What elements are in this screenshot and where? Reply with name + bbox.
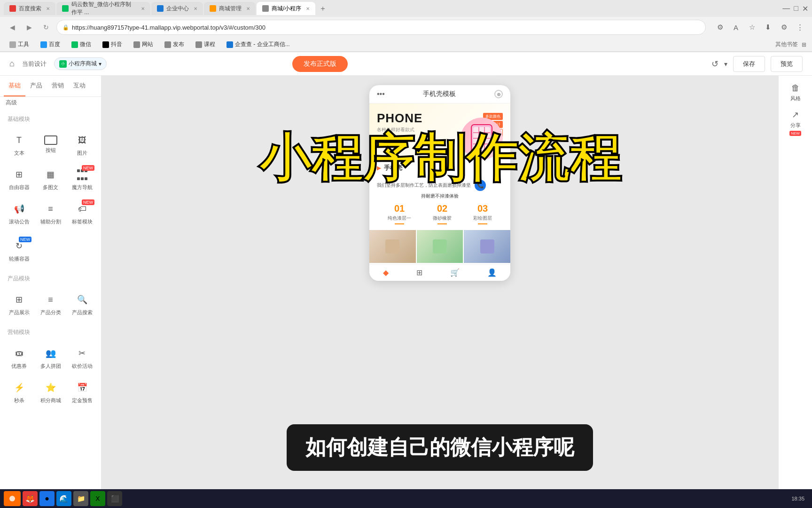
module-group-buy[interactable]: 👥 多人拼团 [35,341,66,374]
module-product-category[interactable]: ≡ 产品分类 [35,287,66,321]
bookmark-label-tools: 工具 [18,40,29,48]
advanced-tag[interactable]: 高级 [0,97,101,110]
bottom-nav-home[interactable]: ◆ [383,268,389,277]
bookmark-wechat[interactable]: 微信 [68,40,95,49]
start-icon [8,495,16,502]
module-divider[interactable]: ≡ 辅助分割 [35,197,66,230]
module-coupon[interactable]: 🎟 优惠券 [4,341,34,374]
module-image[interactable]: 🖼 图片 [67,128,97,161]
svg-rect-9 [480,239,494,254]
tab-close-1[interactable]: ✕ [46,6,50,11]
module-flash-sale[interactable]: ⚡ 秒杀 [4,375,34,409]
tab-close-4[interactable]: ✕ [246,6,250,11]
bookmark-publish[interactable]: 发布 [161,40,188,49]
right-tool-style[interactable]: 🗑 风格 [782,83,808,102]
tab-close-2[interactable]: ✕ [141,6,145,11]
reload-button[interactable]: ↻ [39,21,53,34]
product-search-icon: 🔍 [75,292,90,307]
module-tag[interactable]: 🏷 标签模块 NEW [67,197,97,230]
prod-img-2[interactable] [417,230,463,263]
module-multi-image[interactable]: ▦ 多图文 [35,162,66,196]
bottom-nav-cart[interactable]: 🛒 [450,268,460,277]
module-scroll-notice[interactable]: 📢 滚动公告 [4,197,34,230]
publish-button[interactable]: 发布正式版 [292,56,348,72]
svg-rect-7 [385,239,399,254]
tab-marketing[interactable]: 营销 [47,76,69,96]
bookmark-baidu[interactable]: 百度 [37,40,64,49]
tab-5[interactable]: 商城/小程序 ✕ [257,2,315,15]
module-points-mall[interactable]: ⭐ 积分商城 [35,375,66,409]
tab-close-3[interactable]: ✕ [194,6,197,11]
taskbar-chrome[interactable]: ● [39,491,55,506]
extensions-icon[interactable]: ⚙ [713,21,726,34]
text-icon: T [12,133,27,148]
bookmarks-expand[interactable]: ⊞ [802,41,806,48]
wechat-contact-icon[interactable]: 📞 [475,180,486,191]
canvas-area: ••• 手机壳模板 ◎ PHONE 各种各样好看款式 多款颜色 [102,76,778,508]
tab-2[interactable]: 码云数智_微信小程序制作平 ... ✕ [56,2,150,15]
new-tab-button[interactable]: ＋ [316,2,329,15]
svg-point-10 [9,496,15,501]
address-bar[interactable]: 🔒 https://huang897157type-41.mallapp.vip… [56,20,706,35]
phone-menu-icon[interactable]: ••• [377,90,385,98]
bottom-nav-user[interactable]: 👤 [487,268,497,277]
tab-product[interactable]: 产品 [25,76,47,96]
more-icon[interactable]: ⋮ [793,21,806,34]
mini-program-selector[interactable]: 小 小程序商城 ▾ [54,57,107,70]
taskbar-app3[interactable]: 📁 [73,491,88,506]
settings-icon[interactable]: ⚙ [777,21,790,34]
toolbar-icons: ⚙ A ☆ ⬇ ⚙ ⋮ [713,21,806,34]
section-title-basic: 基础模块 [0,110,101,126]
bookmark-tools[interactable]: 工具 [6,40,33,49]
tab-3[interactable]: 企业中心 ✕ [151,2,203,15]
module-magic-nav[interactable]: 魔方导航 NEW [67,162,97,196]
share-icon: ↗ [792,110,799,120]
module-carousel[interactable]: ↻ 轮播容器 NEW [4,234,34,267]
chevron-icon[interactable]: ▾ [724,60,727,68]
tab-basics[interactable]: 基础 [4,76,25,96]
close-icon[interactable]: ✕ [802,4,808,13]
taskbar-excel[interactable]: X [90,491,105,506]
module-free-container[interactable]: ⊞ 自由容器 [4,162,34,196]
minimize-icon[interactable]: — [782,4,790,13]
module-button[interactable]: 按钮 [35,128,66,161]
tab-1[interactable]: 百度搜索 ✕ [4,2,55,15]
bookmark-douyin[interactable]: 抖音 [99,40,126,49]
right-tool-share[interactable]: ↗ 分享 NEW [782,110,808,136]
module-flash-sale-label: 秒杀 [14,397,24,404]
home-icon[interactable]: ⌂ [9,59,15,68]
feature-desc: 我们坚持多层制作工艺，防止表面磨损掉漆坚 [377,182,471,189]
module-bargain[interactable]: ✂ 砍价活动 [67,341,97,374]
module-product-category-label: 产品分类 [40,309,61,316]
tab-4[interactable]: 商城管理 ✕ [204,2,256,15]
bookmark-qichacha[interactable]: 企查查 - 企业工商信... [223,40,294,49]
module-product-search[interactable]: 🔍 产品搜索 [67,287,97,321]
module-presale[interactable]: 📅 定金预售 [67,375,97,409]
tab-close-5[interactable]: ✕ [306,6,310,11]
phone-title: 手机壳模板 [423,90,456,98]
forward-button[interactable]: ▶ [23,21,36,34]
button-icon [44,135,57,145]
tab-interactive[interactable]: 互动 [69,76,90,96]
taskbar-edge[interactable]: 🌊 [56,491,71,506]
taskbar-firefox[interactable]: 🦊 [23,491,38,506]
translate-icon[interactable]: A [729,21,742,34]
bookmark-website[interactable]: 网站 [130,40,157,49]
module-product-display[interactable]: ⊞ 产品展示 [4,287,34,321]
bottom-nav-grid[interactable]: ⊞ [416,268,422,277]
product-module-grid: ⊞ 产品展示 ≡ 产品分类 🔍 产品搜索 [0,286,101,323]
phone-header: ••• 手机壳模板 ◎ [369,85,510,103]
preview-button[interactable]: 预览 [771,56,803,72]
prod-img-1[interactable] [369,230,416,263]
download-icon[interactable]: ⬇ [761,21,774,34]
back-button[interactable]: ◀ [6,21,19,34]
save-button[interactable]: 保存 [733,56,765,72]
taskbar-terminal[interactable]: ⬛ [107,491,122,506]
module-text[interactable]: T 文本 [4,128,34,161]
star-icon[interactable]: ☆ [745,21,758,34]
taskbar-start-button[interactable] [4,491,21,506]
maximize-icon[interactable]: □ [794,4,798,13]
help-icon[interactable]: ↺ [711,59,718,69]
prod-img-3[interactable] [464,230,510,263]
bookmark-course[interactable]: 课程 [192,40,219,49]
